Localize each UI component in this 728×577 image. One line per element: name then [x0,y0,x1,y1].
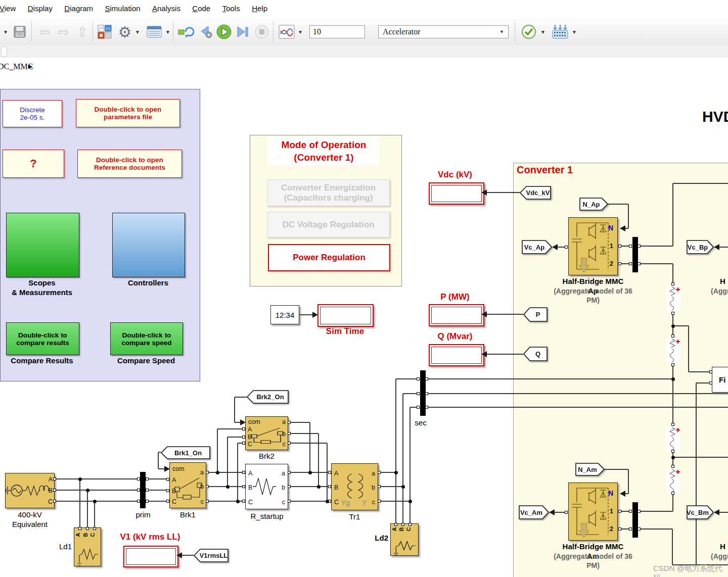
port-square [242,436,245,439]
menu-diagram[interactable]: Diagram [62,0,96,13]
tag-n_ap[interactable]: N_Ap [579,198,608,211]
tag-brk2_on[interactable]: Brk2_On [247,390,289,404]
tag-vc_ap[interactable]: Vc_Ap [522,240,552,254]
save-icon[interactable] [11,19,28,45]
r-startup-block[interactable]: A B C a b c [245,464,288,509]
update-diagram-icon[interactable] [176,19,196,45]
wire-arrowhead [176,552,182,558]
p-display[interactable] [429,304,484,326]
menu-analysis[interactable]: Analysis [150,0,183,13]
sim-time-display[interactable] [317,304,374,327]
library-browser-icon[interactable] [96,19,114,45]
menu-view[interactable]: View [0,0,18,13]
keyboard-shortcuts-icon[interactable] [550,19,570,45]
digital-clock-block[interactable]: 12:34 [270,305,299,324]
arm-rl-element[interactable] [666,468,680,494]
menu-tools[interactable]: Tools [220,0,243,13]
junction-dot [671,324,675,328]
model-settings-gear-icon[interactable]: ⚙ [115,19,134,45]
breadcrumb-arrow-icon[interactable]: ▶ [28,63,32,70]
controllers-subsystem-block[interactable] [112,213,185,277]
tag-vc_bp[interactable]: Vc_Bp [687,240,714,254]
forward-icon[interactable]: ⇨ [55,19,73,45]
discrete-solver-block[interactable]: Discrete 2e-05 s. [3,100,62,127]
wire [639,263,673,264]
wire [94,501,95,528]
scope-dropdown-icon[interactable]: ▼ [297,19,303,45]
arm-rl-element[interactable] [666,338,680,363]
menu-display[interactable]: Display [25,0,55,13]
bus-ap[interactable] [632,237,638,272]
open-parameters-button[interactable]: Double-click to open parameters file [76,99,180,127]
stop-icon[interactable] [253,19,271,45]
tag-p[interactable]: P [523,307,548,322]
ld1-block[interactable]: A B C [74,527,101,566]
compare-results-button[interactable]: Double-click to compare results [6,322,79,355]
keyboard-dropdown-icon[interactable]: ▼ [571,19,577,45]
stop-time-input[interactable] [309,25,365,38]
mode-energization-button[interactable]: Converter Energization (Capacitors charg… [267,179,390,206]
tag-vc_bm[interactable]: Vc_Bm [687,505,714,519]
model-explorer-icon[interactable] [145,19,164,45]
mmc-am-block[interactable]: N 1 2 [568,483,618,541]
source-400kv-block[interactable]: A B C [5,473,55,508]
bus-prim[interactable] [140,472,146,508]
arm-rl-element[interactable] [666,426,680,452]
q-display[interactable] [429,344,484,366]
menu-code[interactable]: Code [190,0,213,13]
wire [554,512,565,513]
up-to-parent-icon[interactable]: ⇧ [74,19,91,45]
vdc-display[interactable] [429,182,484,205]
port-square [425,392,428,395]
tag-v1rms[interactable]: V1rmsLL [194,549,229,562]
tag-vdc_kv[interactable]: Vdc_kV [520,186,551,200]
sim-mode-select[interactable]: Accelerator ▼ [378,25,509,38]
wire-arrowhead [481,189,487,196]
compare-speed-button[interactable]: Double-click to compare speed [110,322,183,355]
mode-power-regulation-button[interactable]: Power Regulation [268,244,390,271]
wire [235,397,247,398]
watermark: CSDN @电力系统代码 [653,564,728,577]
step-forward-icon[interactable] [235,19,251,45]
run-icon[interactable] [215,19,233,45]
menu-bar: View Display Diagram Simulation Analysis… [0,0,728,19]
brk2-block[interactable]: com A B C a b c [245,416,288,450]
arm-rl-element[interactable] [666,286,680,311]
step-back-icon[interactable] [197,19,214,45]
model-canvas[interactable]: HVD Discrete 2e-05 s. Double-click to op… [0,77,728,577]
port-square [206,485,209,488]
port-square [86,527,89,530]
bus-am[interactable] [632,502,638,538]
tag-brk1_on[interactable]: Brk1_On [161,446,210,459]
chevron-down-icon[interactable]: ▼ [2,19,9,45]
ld2-block[interactable]: A B C [390,523,419,556]
port-square [629,262,632,265]
back-icon[interactable]: ⇦ [35,19,54,45]
brk2-a: a [282,419,286,425]
help-question-block[interactable]: ? [3,150,64,178]
gear-dropdown-icon[interactable]: ▼ [134,19,141,45]
scope-icon[interactable] [277,19,296,45]
tag-v1rms-label: V1rmsLL [200,552,228,559]
brk1-block[interactable]: com A B C a b c [169,462,206,508]
wire-arrowhead [481,311,487,317]
tag-q[interactable]: Q [523,347,548,361]
mmc-ap-block[interactable]: N 1 2 [568,217,618,275]
port-square [378,471,381,474]
open-reference-docs-button[interactable]: Double-click to open Reference documents [77,150,182,178]
explorer-dropdown-icon[interactable]: ▼ [165,19,171,45]
menu-help[interactable]: Help [249,0,270,13]
v1-display[interactable] [123,546,178,567]
check-dropdown-icon[interactable]: ▼ [540,19,546,45]
refresh-blocks-check-icon[interactable] [520,19,538,45]
tag-vc_am[interactable]: Vc_Am [519,505,549,519]
menu-simulation[interactable]: Simulation [103,0,143,13]
p-label: P (MW) [425,292,485,302]
wire [608,204,628,205]
mode-dc-voltage-button[interactable]: DC Voltage Regulation [267,212,390,237]
tr1-block[interactable]: A B C a b c Yg Y [331,463,378,510]
filter-block-fragment[interactable]: Fi [712,367,728,393]
scopes-subsystem-block[interactable] [6,213,79,277]
port-square [638,245,641,248]
tag-n_am[interactable]: N_Am [575,463,605,476]
